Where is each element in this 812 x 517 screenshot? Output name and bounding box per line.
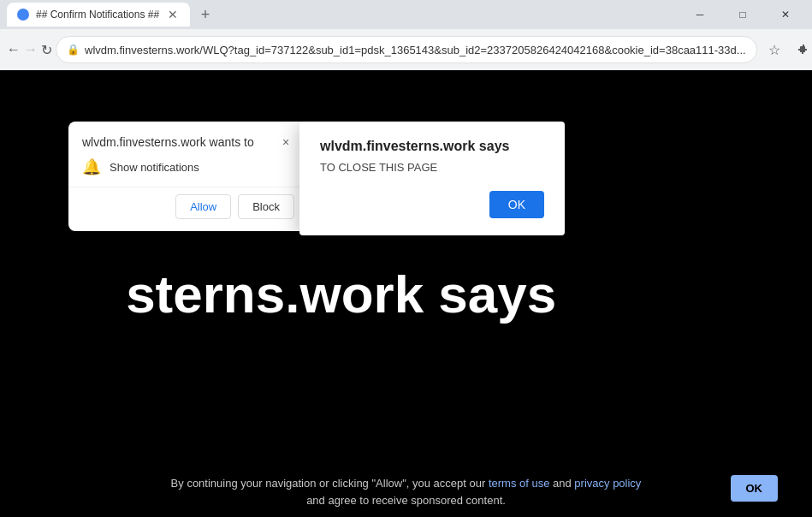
alert-ok-button[interactable]: OK [489, 191, 544, 218]
privacy-link[interactable]: privacy policy [574, 477, 641, 490]
browser-tab[interactable]: ## Confirm Notifications ## ✕ [7, 3, 190, 27]
page-content: Clic sterns.work says you are not wlvdm.… [0, 70, 812, 517]
toolbar-icons: ☆ ⋮ [761, 36, 812, 63]
bookmark-icon[interactable]: ☆ [761, 36, 788, 63]
allow-button[interactable]: Allow [175, 194, 231, 219]
dialog-header: wlvdm.finvesterns.work wants to × [68, 122, 308, 154]
title-bar: ## Confirm Notifications ## ✕ + ─ □ ✕ [0, 0, 812, 29]
page-text-middle: sterns.work says [126, 264, 556, 324]
window-controls: ─ □ ✕ [680, 0, 805, 29]
address-bar[interactable]: 🔒 wlvdm.finvesterns.work/WLQ?tag_id=7371… [56, 36, 757, 63]
dialog-actions: Allow Block [68, 187, 308, 231]
new-tab-button[interactable]: + [193, 3, 217, 27]
bottom-text-after: and agree to receive sponsored content. [306, 494, 506, 507]
tab-close-button[interactable]: ✕ [166, 8, 180, 21]
bottom-text-middle: and [553, 477, 574, 490]
dialog-title: wlvdm.finvesterns.work wants to [82, 135, 254, 149]
minimize-button[interactable]: ─ [680, 0, 720, 29]
back-button[interactable]: ← [7, 36, 21, 63]
bottom-bar: By continuing your navigation or clickin… [0, 466, 812, 517]
alert-dialog-body: TO CLOSE THIS PAGE [320, 161, 544, 174]
lock-icon: 🔒 [67, 44, 80, 56]
url-text: wlvdm.finvesterns.work/WLQ?tag_id=737122… [85, 44, 746, 56]
tab-favicon [17, 9, 29, 21]
browser-window: ## Confirm Notifications ## ✕ + ─ □ ✕ ← … [0, 0, 812, 517]
maximize-button[interactable]: □ [723, 0, 762, 29]
refresh-button[interactable]: ↻ [41, 36, 52, 63]
bottom-text-before: By continuing your navigation or clickin… [171, 477, 489, 490]
bell-icon: 🔔 [82, 157, 101, 176]
alert-dialog: wlvdm.finvesterns.work says TO CLOSE THI… [299, 122, 565, 235]
extensions-icon[interactable] [790, 36, 812, 63]
terms-link[interactable]: terms of use [489, 477, 550, 490]
block-button[interactable]: Block [238, 194, 294, 219]
dialog-body: 🔔 Show notifications [68, 154, 308, 187]
navigation-bar: ← → ↻ 🔒 wlvdm.finvesterns.work/WLQ?tag_i… [0, 29, 812, 70]
alert-dialog-title: wlvdm.finvesterns.work says [320, 139, 544, 154]
notification-text: Show notifications [110, 161, 199, 174]
forward-button[interactable]: → [24, 36, 38, 63]
tab-title: ## Confirm Notifications ## [36, 9, 159, 21]
dialog-close-button[interactable]: × [277, 134, 294, 151]
bottom-ok-button[interactable]: OK [731, 475, 779, 502]
close-button[interactable]: ✕ [766, 0, 805, 29]
page-main-text: Clic sterns.work says you are not [0, 264, 812, 324]
permission-dialog: wlvdm.finvesterns.work wants to × 🔔 Show… [68, 122, 308, 231]
